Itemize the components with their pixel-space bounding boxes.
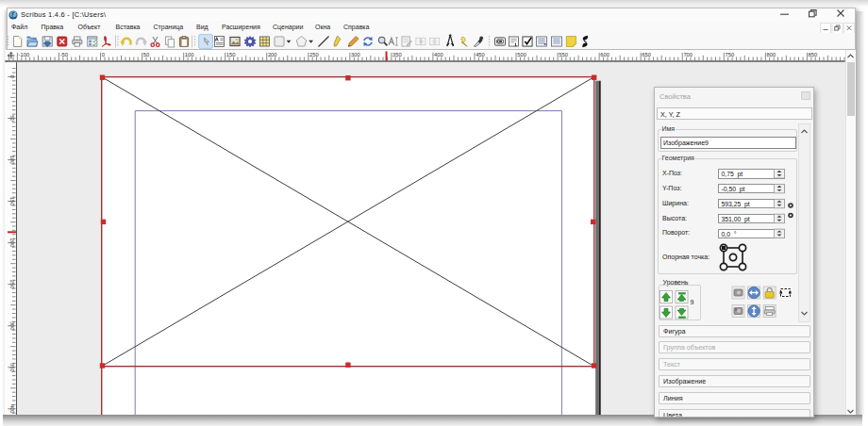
svg-text:600: 600 [600, 52, 609, 57]
svg-text:700: 700 [683, 52, 693, 57]
svg-text:650: 650 [642, 52, 651, 57]
svg-text:50: 50 [9, 115, 15, 121]
svg-text:200: 200 [9, 238, 15, 247]
svg-text:100: 100 [9, 155, 15, 164]
svg-text:400: 400 [434, 52, 443, 57]
svg-text:-100: -100 [19, 52, 30, 57]
svg-text:350: 350 [9, 363, 15, 372]
svg-text:450: 450 [476, 52, 485, 57]
svg-text:400: 400 [9, 404, 15, 414]
svg-text:200: 200 [268, 52, 277, 57]
svg-text:150: 150 [9, 196, 15, 205]
svg-text:150: 150 [226, 52, 236, 57]
svg-text:300: 300 [9, 321, 15, 331]
svg-text:550: 550 [559, 52, 568, 57]
svg-text:250: 250 [309, 52, 319, 57]
svg-text:850: 850 [809, 52, 818, 57]
svg-text:750: 750 [725, 52, 734, 57]
svg-text:100: 100 [185, 52, 194, 57]
svg-text:0: 0 [102, 52, 105, 57]
svg-text:350: 350 [392, 52, 402, 57]
svg-text:-50: -50 [60, 52, 68, 57]
svg-text:0: 0 [9, 74, 15, 77]
svg-text:500: 500 [517, 52, 526, 57]
svg-text:800: 800 [767, 52, 776, 57]
svg-text:300: 300 [351, 52, 360, 57]
svg-text:250: 250 [9, 280, 15, 289]
svg-text:50: 50 [143, 52, 149, 57]
